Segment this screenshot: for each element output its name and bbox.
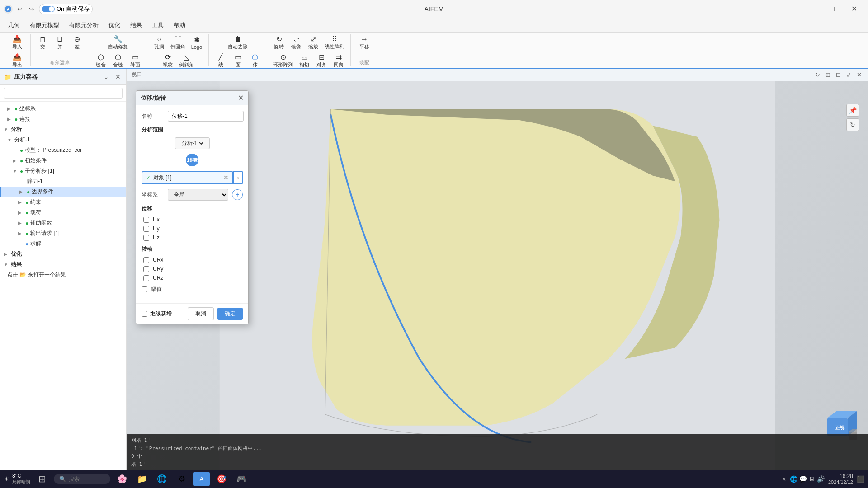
- ux-checkbox[interactable]: [143, 217, 149, 223]
- uy-checkbox[interactable]: [143, 226, 149, 232]
- toolbar-chamfer-btn[interactable]: ◺倒斜角: [177, 52, 196, 69]
- toolbar-circarray-btn[interactable]: ⊙环形阵列: [271, 52, 295, 69]
- tree-item-output-req[interactable]: ▶ ● 输出请求 [1]: [0, 228, 126, 239]
- tree-item-initial-cond[interactable]: ▶ ● 初始条件: [0, 155, 126, 166]
- tree-item-analysis[interactable]: ▼ 分析: [0, 124, 126, 135]
- toolbar-autofix-btn[interactable]: 🔧自动修复: [106, 34, 130, 52]
- tree-item-substep[interactable]: ▼ ● 子分析步 [1]: [0, 166, 126, 176]
- start-button[interactable]: ⊞: [34, 472, 50, 486]
- tree-item-aux-func[interactable]: ▶ ● 辅助函数: [0, 218, 126, 228]
- toolbar-thread-btn[interactable]: ⟳螺纹: [160, 52, 176, 69]
- tree-item-open-result[interactable]: 点击 📂 来打开一个结果: [0, 270, 126, 280]
- continue-checkbox[interactable]: [142, 311, 147, 317]
- menu-results[interactable]: 结果: [126, 19, 146, 31]
- toolbar-face-btn[interactable]: ▭面: [230, 52, 246, 69]
- dialog-title-bar[interactable]: 位移/旋转 ✕: [136, 91, 248, 105]
- toolbar-patch-btn[interactable]: ▭补面: [127, 52, 143, 69]
- ok-button[interactable]: 确定: [217, 308, 243, 320]
- coord-select[interactable]: 全局: [168, 189, 228, 201]
- tree-item-optimize[interactable]: ▶ 优化: [0, 249, 126, 259]
- sidebar-close-btn[interactable]: ✕: [113, 72, 123, 81]
- taskbar-app2-icon[interactable]: 🎯: [213, 472, 230, 486]
- sidebar-collapse-btn[interactable]: ⌄: [102, 72, 111, 81]
- toolbar-intersect-btn[interactable]: ⊓交: [34, 34, 51, 52]
- rt-rotate-btn[interactable]: ↻: [846, 118, 859, 131]
- toolbar-rotate-btn[interactable]: ↻旋转: [271, 34, 287, 52]
- toolbar-export-btn[interactable]: 📤 导出: [9, 52, 25, 69]
- urz-checkbox[interactable]: [143, 275, 149, 281]
- tree-item-analysis-1[interactable]: ▼ 分析-1: [0, 135, 126, 145]
- tree-item-constraints[interactable]: ▶ ● 约束: [0, 197, 126, 207]
- tree-item-coordinates[interactable]: ▶ ● 坐标系: [0, 103, 126, 114]
- toolbar-fillet-btn[interactable]: ⌒倒圆角: [168, 34, 188, 52]
- coord-add-btn[interactable]: +: [232, 189, 243, 200]
- taskbar-flower-icon[interactable]: 🌸: [114, 472, 130, 486]
- undo-button[interactable]: ↩: [15, 5, 24, 14]
- tree-item-connection[interactable]: ▶ ● 连接: [0, 114, 126, 124]
- step-badge[interactable]: 1步骤: [186, 154, 198, 166]
- menu-fem-analysis[interactable]: 有限元分析: [65, 19, 103, 31]
- viewport-maximize-btn[interactable]: ⤢: [844, 70, 853, 79]
- taskbar-search-input[interactable]: [69, 476, 105, 482]
- taskbar-search[interactable]: 🔍: [54, 474, 110, 484]
- maximize-button[interactable]: □: [822, 2, 843, 16]
- menu-geometry[interactable]: 几何: [4, 19, 24, 31]
- tree-item-boundary-cond[interactable]: ▶ ● 边界条件: [0, 187, 126, 197]
- toolbar-logo-btn[interactable]: ✱Logo: [189, 35, 205, 51]
- menu-fem-model[interactable]: 有限元模型: [25, 19, 64, 31]
- toolbar-subtract-btn[interactable]: ⊖差: [69, 34, 85, 52]
- taskbar-app3-icon[interactable]: 🎮: [233, 472, 250, 486]
- taskbar-files-icon[interactable]: 📁: [134, 472, 150, 486]
- viewport-split-vert-btn[interactable]: ⊞: [824, 70, 832, 79]
- toolbar-import-btn[interactable]: 📥 导入: [9, 34, 25, 52]
- toolbar-line-btn[interactable]: ╱线: [212, 52, 229, 69]
- ury-checkbox[interactable]: [143, 266, 149, 272]
- toolbar-lineararray-btn[interactable]: ⠿线性阵列: [322, 34, 347, 52]
- toolbar-sew-btn[interactable]: ⬡缝合: [93, 52, 109, 69]
- close-button[interactable]: ✕: [844, 2, 864, 16]
- taskbar-settings-icon[interactable]: ⚙: [174, 472, 190, 486]
- toolbar-translate-btn[interactable]: ↔平移: [356, 34, 373, 52]
- tree-item-solve[interactable]: ● 求解: [0, 239, 126, 249]
- uz-checkbox[interactable]: [143, 235, 149, 241]
- notification-btn[interactable]: ⬛: [857, 475, 864, 483]
- autosave-toggle[interactable]: On 自动保存: [39, 4, 93, 14]
- cancel-button[interactable]: 取消: [188, 307, 214, 320]
- menu-help[interactable]: 帮助: [169, 19, 190, 31]
- viewport-close-btn[interactable]: ✕: [855, 70, 863, 79]
- target-clear-btn[interactable]: ✕: [223, 174, 229, 181]
- toolbar-same-dir-btn[interactable]: ⇉同向: [330, 52, 347, 69]
- tree-item-loads[interactable]: ▶ ● 载荷: [0, 207, 126, 218]
- rt-pin-btn[interactable]: 📌: [846, 104, 859, 117]
- toolbar-body-btn[interactable]: ⬡体: [247, 52, 263, 69]
- viewport-split-horiz-btn[interactable]: ⊟: [834, 70, 843, 79]
- taskbar-aifem-icon[interactable]: A: [193, 472, 210, 486]
- tree-item-static[interactable]: 静力-1: [0, 176, 126, 187]
- tray-show-btn[interactable]: ∧: [782, 476, 786, 482]
- amplitude-checkbox[interactable]: [142, 286, 147, 292]
- tree-item-model[interactable]: ● 模型： Pressurized_cor: [0, 145, 126, 155]
- name-input[interactable]: [168, 111, 244, 122]
- target-arrow-btn[interactable]: ›: [233, 171, 243, 184]
- analysis-select[interactable]: 分析-1: [180, 140, 205, 147]
- taskbar-browser-icon[interactable]: 🌐: [154, 472, 170, 486]
- toolbar-hole-btn[interactable]: ○孔洞: [151, 34, 167, 52]
- autosave-on-label: On: [57, 5, 64, 12]
- toolbar-seam-btn[interactable]: ⬡合缝: [110, 52, 126, 69]
- tree-item-results[interactable]: ▼ 结果: [0, 259, 126, 270]
- toolbar-scale-btn[interactable]: ⤢缩放: [305, 34, 321, 52]
- toolbar-autodelete-btn[interactable]: 🗑自动去除: [226, 34, 250, 52]
- minimize-button[interactable]: ─: [800, 2, 821, 16]
- urx-checkbox[interactable]: [143, 257, 149, 263]
- toolbar-align-btn[interactable]: ⊟对齐: [313, 52, 330, 69]
- redo-button[interactable]: ↪: [27, 5, 36, 14]
- menu-tools[interactable]: 工具: [147, 19, 168, 31]
- toolbar-tangent-btn[interactable]: ⌓相切: [296, 52, 312, 69]
- search-input[interactable]: [4, 88, 123, 99]
- toolbar-union-btn[interactable]: ⊔并: [52, 34, 68, 52]
- dialog-close-btn[interactable]: ✕: [238, 94, 244, 102]
- menu-optimize[interactable]: 优化: [104, 19, 125, 31]
- viewport-refresh-btn[interactable]: ↻: [813, 70, 822, 79]
- toolbar-mirror-btn[interactable]: ⇌镜像: [288, 34, 304, 52]
- target-input[interactable]: ✓ 对象 [1] ✕: [142, 171, 233, 184]
